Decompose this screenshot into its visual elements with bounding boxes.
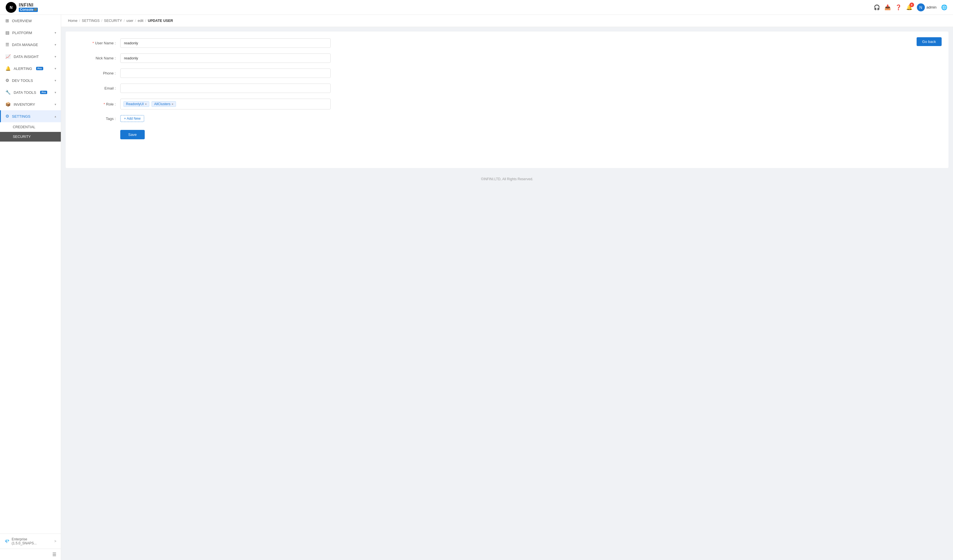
- breadcrumb-user[interactable]: user: [127, 19, 133, 23]
- enterprise-label: Enterprise (1.5.0_SNAPS...: [12, 537, 52, 545]
- sidebar-item-dev-tools[interactable]: ⚙ DEV TOOLS ▾: [0, 74, 61, 87]
- tags-container: + Add New: [120, 115, 331, 122]
- save-button[interactable]: Save: [120, 130, 145, 139]
- phone-row: Phone :: [75, 68, 331, 78]
- role-tag-allclusters: AllClusters ×: [152, 101, 176, 107]
- breadcrumb: Home / SETTINGS / SECURITY / user / edit…: [61, 15, 953, 27]
- notification-icon[interactable]: 🔔 9: [906, 4, 912, 11]
- logo-text: INFINI Console ///: [19, 3, 38, 12]
- email-input[interactable]: [120, 84, 331, 93]
- sidebar-item-data-insight[interactable]: 📈 DATA INSIGHT ▾: [0, 51, 61, 62]
- nickname-label: Nick Name :: [75, 56, 120, 60]
- security-label: SECURITY: [13, 135, 31, 139]
- email-label: Email :: [75, 86, 120, 90]
- sidebar-item-label: PLATFORM: [12, 31, 32, 35]
- username-row: User Name :: [75, 38, 331, 48]
- admin-menu[interactable]: N admin: [917, 3, 936, 11]
- breadcrumb-current: UPDATE USER: [148, 19, 173, 23]
- role-tag-remove-readonlyui[interactable]: ×: [145, 102, 147, 106]
- sidebar-item-label: ALERTING: [14, 67, 32, 71]
- username-input[interactable]: [120, 38, 331, 48]
- header-right: 🎧 📥 ❓ 🔔 9 N admin 🌐: [874, 3, 947, 11]
- role-tag-remove-allclusters[interactable]: ×: [172, 102, 174, 106]
- logo: N INFINI Console ///: [6, 2, 38, 13]
- breadcrumb-home[interactable]: Home: [68, 19, 77, 23]
- username-label: User Name :: [75, 41, 120, 45]
- pro-badge: Pro: [36, 67, 43, 70]
- sidebar-item-settings[interactable]: ⚙ SETTINGS ▴: [0, 110, 61, 122]
- logo-console: Console ///: [19, 8, 38, 12]
- chevron-down-icon: ▾: [54, 31, 56, 35]
- enterprise-icon: 💎: [5, 539, 9, 543]
- alerting-icon: 🔔: [5, 66, 11, 71]
- footer: ©INFINI.LTD, All Rights Reserved.: [61, 172, 953, 186]
- chevron-down-icon: ▾: [54, 91, 56, 95]
- sidebar-sub-item-security[interactable]: SECURITY: [0, 132, 61, 141]
- main: Home / SETTINGS / SECURITY / user / edit…: [61, 15, 953, 560]
- form-card: Go back User Name : Nick Name : Phone :: [66, 31, 948, 168]
- inbox-icon[interactable]: 📥: [885, 4, 891, 11]
- sidebar-item-data-tools[interactable]: 🔧 DATA TOOLS Pro ▾: [0, 87, 61, 98]
- tags-row: Tags : + Add New: [75, 115, 331, 122]
- sidebar-item-label: DEV TOOLS: [12, 78, 33, 83]
- inventory-icon: 📦: [5, 102, 11, 107]
- data-tools-icon: 🔧: [5, 90, 11, 95]
- add-new-button[interactable]: + Add New: [120, 115, 144, 122]
- content-area: Go back User Name : Nick Name : Phone :: [61, 27, 953, 560]
- enterprise-arrow: >: [54, 539, 56, 543]
- data-manage-icon: ☰: [5, 42, 9, 47]
- breadcrumb-edit[interactable]: edit: [138, 19, 143, 23]
- sidebar-item-label: INVENTORY: [14, 102, 35, 107]
- save-row: Save: [75, 128, 939, 139]
- sidebar-item-label: DATA INSIGHT: [14, 54, 39, 59]
- credential-label: CREDENTIAL: [13, 125, 35, 129]
- logo-infini: INFINI: [19, 3, 38, 8]
- phone-label: Phone :: [75, 71, 120, 75]
- pro-badge: Pro: [40, 91, 47, 94]
- chevron-up-icon: ▴: [54, 115, 56, 118]
- role-container[interactable]: ReadonlyUI × AllClusters ×: [120, 99, 331, 109]
- sidebar-item-label: SETTINGS: [12, 114, 30, 118]
- overview-icon: ⊞: [5, 18, 9, 23]
- sidebar: ⊞ OVERVIEW ▤ PLATFORM ▾ ☰ DATA MANAGE ▾ …: [0, 15, 61, 560]
- sidebar-item-inventory[interactable]: 📦 INVENTORY ▾: [0, 98, 61, 110]
- chevron-down-icon: ▾: [54, 43, 56, 47]
- dev-tools-icon: ⚙: [5, 78, 9, 83]
- sidebar-bottom: 💎 Enterprise (1.5.0_SNAPS... >: [0, 534, 61, 549]
- notification-badge: 9: [910, 3, 914, 7]
- headset-icon[interactable]: 🎧: [874, 4, 880, 11]
- role-label: Role :: [75, 102, 120, 106]
- sidebar-item-label: DATA TOOLS: [14, 90, 36, 95]
- sidebar-toggle[interactable]: ☰: [0, 549, 61, 560]
- chevron-down-icon: ▾: [54, 102, 56, 106]
- layout: ⊞ OVERVIEW ▤ PLATFORM ▾ ☰ DATA MANAGE ▾ …: [0, 15, 953, 560]
- breadcrumb-settings[interactable]: SETTINGS: [82, 19, 100, 23]
- role-row: Role : ReadonlyUI × AllClusters ×: [75, 99, 331, 109]
- settings-icon: ⚙: [5, 114, 9, 119]
- help-icon[interactable]: ❓: [895, 4, 902, 11]
- phone-input[interactable]: [120, 68, 331, 78]
- footer-text: ©INFINI.LTD, All Rights Reserved.: [481, 177, 533, 181]
- role-tag-readonlyui: ReadonlyUI ×: [123, 101, 149, 107]
- admin-name: admin: [927, 5, 936, 9]
- sidebar-sub-item-credential[interactable]: CREDENTIAL: [0, 122, 61, 132]
- breadcrumb-security[interactable]: SECURITY: [104, 19, 122, 23]
- email-row: Email :: [75, 84, 331, 93]
- enterprise-info[interactable]: 💎 Enterprise (1.5.0_SNAPS... >: [5, 537, 56, 545]
- sidebar-item-data-manage[interactable]: ☰ DATA MANAGE ▾: [0, 39, 61, 51]
- sidebar-item-label: OVERVIEW: [12, 19, 32, 23]
- sidebar-item-platform[interactable]: ▤ PLATFORM ▾: [0, 27, 61, 39]
- menu-icon: ☰: [52, 552, 56, 557]
- go-back-button[interactable]: Go back: [917, 37, 942, 46]
- sidebar-item-alerting[interactable]: 🔔 ALERTING Pro ▾: [0, 62, 61, 74]
- logo-bars: ///: [34, 8, 37, 12]
- chevron-down-icon: ▾: [54, 79, 56, 82]
- logo-icon: N: [6, 2, 17, 13]
- tags-label: Tags :: [75, 116, 120, 121]
- nickname-input[interactable]: [120, 53, 331, 63]
- chevron-down-icon: ▾: [54, 55, 56, 59]
- sidebar-item-overview[interactable]: ⊞ OVERVIEW: [0, 15, 61, 27]
- data-insight-icon: 📈: [5, 54, 11, 59]
- globe-icon[interactable]: 🌐: [941, 4, 947, 11]
- sidebar-item-label: DATA MANAGE: [12, 43, 38, 47]
